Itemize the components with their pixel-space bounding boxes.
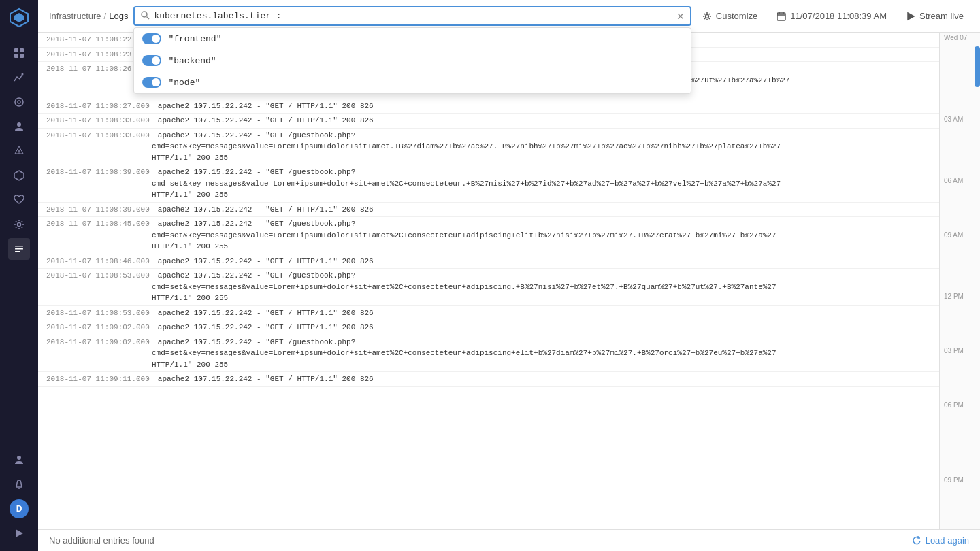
svg-point-17 — [17, 456, 21, 460]
log-message: apache2 107.15.22.242 - "GET /guestbook.… — [158, 167, 931, 178]
log-message: apache2 107.15.22.242 - "GET /guestbook.… — [158, 337, 931, 348]
log-message: apache2 107.15.22.242 - "GET / HTTP/1.1"… — [158, 256, 931, 267]
topbar: Infrastructure / Logs ✕ "frontend" — [38, 0, 980, 33]
log-continuation: cmd=set&key=messages&value=Lorem+ipsum+d… — [46, 178, 931, 190]
dashboard-icon[interactable] — [8, 42, 30, 64]
plugins-icon[interactable] — [8, 165, 30, 186]
timeline-label: 06 PM — [940, 400, 968, 410]
autocomplete-dropdown: "frontend" "backend" "node" — [133, 27, 691, 94]
settings-icon[interactable] — [8, 214, 30, 235]
log-timestamp: 2018-11-07 11:08:53.000 — [46, 307, 150, 319]
log-entry: 2018-11-07 11:08:39.000 apache2 107.15.2… — [38, 165, 939, 203]
logs-icon[interactable] — [8, 238, 30, 260]
stream-live-label: Stream live — [919, 11, 964, 21]
log-timestamp: 2018-11-07 11:08:33.000 — [46, 130, 150, 141]
log-message: apache2 107.15.22.242 - "GET /guestbook.… — [158, 218, 931, 230]
svg-point-7 — [15, 98, 23, 106]
alerts-icon[interactable] — [8, 140, 30, 162]
log-continuation: cmd=set&key=messages&value=Lorem+ipsum+d… — [46, 230, 931, 241]
toolbar-right: Customize 11/07/2018 11:08:39 AM Stream … — [697, 8, 969, 24]
log-continuation: cmd=set&key=messages&value=Lorem+ipsum+d… — [46, 348, 931, 359]
log-timestamp: 2018-11-07 11:08:39.000 — [46, 167, 150, 178]
svg-point-20 — [142, 12, 147, 17]
notifications-icon[interactable] — [8, 473, 30, 495]
search-icon — [140, 10, 150, 22]
log-entry: 2018-11-07 11:08:46.000 apache2 107.15.2… — [38, 254, 939, 269]
log-timestamp: 2018-11-07 11:09:11.000 — [46, 373, 150, 385]
timeline-label: 03 AM — [940, 114, 967, 124]
customize-button[interactable]: Customize — [697, 8, 763, 24]
autocomplete-toggle-node[interactable] — [142, 77, 161, 88]
svg-marker-19 — [16, 529, 23, 537]
autocomplete-toggle-frontend[interactable] — [142, 33, 161, 44]
log-timestamp: 2018-11-07 11:08:33.000 — [46, 115, 150, 127]
log-timestamp: 2018-11-07 11:08:39.000 — [46, 204, 150, 216]
svg-marker-27 — [908, 13, 914, 20]
svg-point-8 — [18, 101, 20, 103]
svg-point-22 — [705, 14, 708, 18]
log-timestamp: 2018-11-07 11:08:45.000 — [46, 218, 150, 230]
health-icon[interactable] — [8, 189, 30, 211]
breadcrumb-parent[interactable]: Infrastructure — [49, 11, 101, 21]
main-content: Infrastructure / Logs ✕ "frontend" — [38, 0, 980, 551]
log-message: apache2 107.15.22.242 - "GET / HTTP/1.1"… — [158, 101, 931, 112]
log-message: apache2 107.15.22.242 - "GET / HTTP/1.1"… — [158, 307, 931, 319]
load-again-button[interactable]: Load again — [912, 535, 969, 546]
search-clear-icon[interactable]: ✕ — [676, 11, 685, 22]
svg-rect-5 — [20, 54, 24, 58]
log-entry: 2018-11-07 11:09:11.000 apache2 107.15.2… — [38, 372, 939, 387]
log-message: apache2 107.15.22.242 - "GET /guestbook.… — [158, 270, 931, 282]
search-area: ✕ "frontend" "backend" "node" — [133, 6, 691, 26]
stream-live-button[interactable]: Stream live — [900, 8, 969, 24]
timeline-label: Wed 07 — [940, 33, 971, 43]
log-continuation: cmd=set&key=messages&value=Lorem+ipsum+d… — [46, 282, 931, 293]
footer-status: No additional entries found — [49, 535, 901, 546]
load-again-label: Load again — [926, 535, 969, 546]
svg-rect-14 — [15, 246, 23, 247]
svg-rect-16 — [15, 251, 20, 252]
log-continuation2: HTTP/1.1" 200 255 — [46, 152, 931, 164]
log-entry: 2018-11-07 11:08:45.000 apache2 107.15.2… — [38, 217, 939, 254]
svg-marker-12 — [14, 171, 24, 180]
log-message: apache2 107.15.22.242 - "GET / HTTP/1.1"… — [158, 204, 931, 216]
log-timestamp: 2018-11-07 11:08:53.000 — [46, 270, 150, 282]
log-message: apache2 107.15.22.242 - "GET / HTTP/1.1"… — [158, 322, 931, 333]
log-entry: 2018-11-07 11:08:33.000 apache2 107.15.2… — [38, 129, 939, 166]
search-input[interactable] — [154, 11, 672, 21]
breadcrumb-current: Logs — [109, 11, 128, 21]
autocomplete-item-node[interactable]: "node" — [134, 71, 690, 93]
breadcrumb-separator: / — [104, 11, 107, 21]
log-message: apache2 107.15.22.242 - "GET /guestbook.… — [158, 130, 931, 141]
log-message: apache2 107.15.22.242 - "GET / HTTP/1.1"… — [158, 115, 931, 127]
autocomplete-label-node: "node" — [168, 78, 200, 88]
timeline-label: 03 PM — [940, 346, 968, 356]
log-entry: 2018-11-07 11:09:02.000 apache2 107.15.2… — [38, 320, 939, 335]
user-profile-icon[interactable] — [8, 449, 30, 471]
breadcrumb: Infrastructure / Logs — [49, 11, 128, 21]
log-message: apache2 107.15.22.242 - "GET / HTTP/1.1"… — [158, 373, 931, 385]
app-logo[interactable] — [7, 5, 31, 30]
avatar[interactable]: D — [10, 499, 29, 518]
svg-rect-4 — [14, 54, 18, 58]
log-content[interactable]: 2018-11-07 11:08:22.000 apache2 107.15.2… — [38, 33, 939, 529]
stream-icon[interactable] — [8, 522, 30, 544]
users-icon[interactable] — [8, 116, 30, 137]
log-entry: 2018-11-07 11:08:53.000 apache2 107.15.2… — [38, 306, 939, 321]
chart-icon[interactable] — [8, 67, 30, 88]
autocomplete-toggle-backend[interactable] — [142, 55, 161, 66]
datetime-button[interactable]: 11/07/2018 11:08:39 AM — [771, 8, 892, 24]
log-timestamp: 2018-11-07 11:09:02.000 — [46, 322, 150, 333]
autocomplete-item-frontend[interactable]: "frontend" — [134, 28, 690, 50]
timeline-label: 06 AM — [940, 176, 967, 186]
autocomplete-item-backend[interactable]: "backend" — [134, 50, 690, 71]
log-continuation: cmd=set&key=messages&value=Lorem+ipsum+d… — [46, 141, 931, 152]
svg-rect-23 — [777, 13, 785, 20]
svg-point-6 — [22, 73, 24, 76]
timeline-scroll-handle[interactable] — [975, 46, 980, 87]
discover-icon[interactable] — [8, 91, 30, 113]
svg-rect-3 — [20, 48, 24, 52]
svg-rect-2 — [14, 48, 18, 52]
footer: No additional entries found Load again — [38, 529, 980, 551]
log-continuation2: HTTP/1.1" 200 255 — [46, 189, 931, 201]
svg-marker-1 — [14, 13, 24, 22]
